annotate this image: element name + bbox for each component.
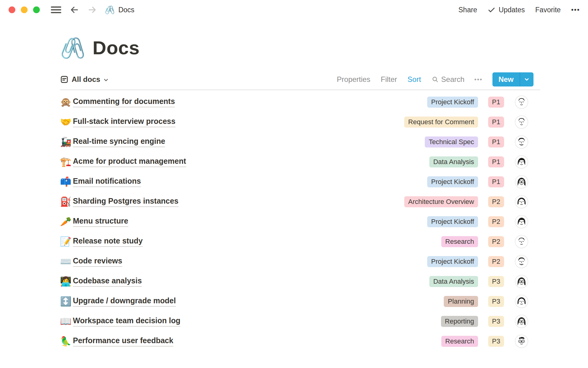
back-arrow-icon[interactable] bbox=[70, 5, 79, 14]
filter-button[interactable]: Filter bbox=[381, 75, 397, 84]
doc-type-tag[interactable]: Technical Spec bbox=[425, 136, 478, 148]
table-row[interactable]: 📖 Workspace team decision log Reporting … bbox=[60, 311, 540, 331]
doc-type-tag[interactable]: Data Analysis bbox=[429, 156, 478, 167]
table-row[interactable]: 🚂 Real-time syncing engine Technical Spe… bbox=[60, 132, 540, 152]
doc-title-link[interactable]: Upgrade / downgrade model bbox=[73, 296, 176, 307]
docs-table: 🙊 Commenting for documents Project Kicko… bbox=[60, 92, 540, 351]
table-row[interactable]: 👩‍💻 Codebase analysis Data Analysis P3 bbox=[60, 271, 540, 291]
doc-title-link[interactable]: Codebase analysis bbox=[73, 276, 142, 287]
priority-badge[interactable]: P3 bbox=[488, 316, 504, 327]
assignee-avatar[interactable] bbox=[515, 215, 528, 228]
doc-title-link[interactable]: Full-stack interview process bbox=[73, 117, 175, 127]
doc-type-tag[interactable]: Architecture Overview bbox=[404, 196, 478, 207]
more-options-icon[interactable]: ••• bbox=[571, 6, 580, 14]
traffic-lights bbox=[9, 6, 40, 13]
doc-emoji-icon: ⛽ bbox=[60, 197, 73, 206]
share-button[interactable]: Share bbox=[458, 6, 477, 14]
doc-emoji-icon: 📫 bbox=[60, 177, 73, 186]
doc-type-tag[interactable]: Project Kickoff bbox=[427, 216, 478, 227]
doc-emoji-icon: 🏗️ bbox=[60, 157, 73, 167]
new-doc-dropdown-button[interactable] bbox=[520, 72, 533, 86]
doc-title-link[interactable]: Performance user feedback bbox=[73, 336, 173, 347]
table-row[interactable]: ↕️ Upgrade / downgrade model Planning P3 bbox=[60, 291, 540, 311]
view-more-options-icon[interactable]: ••• bbox=[474, 76, 483, 83]
priority-badge[interactable]: P1 bbox=[488, 136, 504, 148]
assignee-avatar[interactable] bbox=[515, 275, 528, 288]
doc-type-tag[interactable]: Reporting bbox=[441, 316, 478, 327]
check-icon bbox=[488, 6, 496, 14]
table-row[interactable]: 📫 Email notifications Project Kickoff P1 bbox=[60, 172, 540, 192]
priority-badge[interactable]: P3 bbox=[488, 336, 504, 347]
doc-title-link[interactable]: Email notifications bbox=[73, 177, 141, 187]
doc-emoji-icon: ↕️ bbox=[60, 297, 73, 306]
search-button[interactable]: Search bbox=[432, 75, 465, 84]
properties-button[interactable]: Properties bbox=[337, 75, 370, 84]
doc-title-link[interactable]: Workspace team decision log bbox=[73, 316, 180, 327]
table-row[interactable]: 🥕 Menu structure Project Kickoff P2 bbox=[60, 212, 540, 232]
new-doc-split-button[interactable]: New bbox=[492, 72, 533, 86]
assignee-avatar[interactable] bbox=[515, 255, 528, 268]
table-row[interactable]: ⛽ Sharding Postgres instances Architectu… bbox=[60, 192, 540, 212]
view-toolbar: All docs Properties Filter Sort Search •… bbox=[60, 72, 540, 87]
table-row[interactable]: 📝 Release note study Research P2 bbox=[60, 232, 540, 251]
assignee-avatar[interactable] bbox=[515, 315, 528, 328]
priority-badge[interactable]: P1 bbox=[488, 176, 504, 187]
table-row[interactable]: 🏗️ Acme for product management Data Anal… bbox=[60, 152, 540, 172]
priority-badge[interactable]: P1 bbox=[488, 117, 504, 128]
close-window-button[interactable] bbox=[9, 6, 15, 13]
priority-badge[interactable]: P3 bbox=[488, 276, 504, 287]
assignee-avatar[interactable] bbox=[515, 295, 528, 308]
assignee-avatar[interactable] bbox=[515, 155, 528, 169]
table-row[interactable]: 🤝 Full-stack interview process Request f… bbox=[60, 112, 540, 132]
doc-title-link[interactable]: Sharding Postgres instances bbox=[73, 197, 179, 207]
assignee-avatar[interactable] bbox=[515, 175, 528, 189]
assignee-avatar[interactable] bbox=[515, 235, 528, 248]
table-row[interactable]: ⌨️ Code reviews Project Kickoff P2 bbox=[60, 251, 540, 271]
chevron-down-icon bbox=[524, 76, 530, 82]
doc-title-link[interactable]: Release note study bbox=[73, 236, 143, 247]
doc-title-link[interactable]: Menu structure bbox=[73, 217, 128, 227]
doc-type-tag[interactable]: Request for Comment bbox=[404, 117, 478, 128]
doc-title-link[interactable]: Real-time syncing engine bbox=[73, 137, 165, 147]
view-switcher[interactable]: All docs bbox=[60, 75, 109, 84]
doc-type-tag[interactable]: Project Kickoff bbox=[427, 256, 478, 267]
sort-button[interactable]: Sort bbox=[408, 75, 421, 84]
assignee-avatar[interactable] bbox=[515, 95, 528, 109]
doc-emoji-icon: 📝 bbox=[60, 237, 73, 246]
assignee-avatar[interactable] bbox=[515, 195, 528, 209]
chevron-down-icon bbox=[103, 77, 109, 83]
priority-badge[interactable]: P2 bbox=[488, 256, 504, 267]
doc-emoji-icon: 👩‍💻 bbox=[60, 277, 73, 286]
assignee-avatar[interactable] bbox=[515, 115, 528, 129]
doc-title-link[interactable]: Commenting for documents bbox=[73, 97, 175, 107]
priority-badge[interactable]: P2 bbox=[488, 216, 504, 227]
doc-type-tag[interactable]: Data Analysis bbox=[429, 276, 478, 287]
doc-type-tag[interactable]: Planning bbox=[444, 296, 478, 307]
favorite-button[interactable]: Favorite bbox=[535, 6, 561, 14]
priority-badge[interactable]: P1 bbox=[488, 97, 504, 108]
assignee-avatar[interactable] bbox=[515, 135, 528, 149]
updates-button[interactable]: Updates bbox=[488, 6, 525, 14]
doc-title-link[interactable]: Acme for product management bbox=[73, 157, 186, 167]
doc-emoji-icon: 📖 bbox=[60, 317, 73, 326]
doc-type-tag[interactable]: Research bbox=[441, 236, 478, 247]
doc-type-tag[interactable]: Project Kickoff bbox=[427, 176, 478, 187]
assignee-avatar[interactable] bbox=[515, 335, 528, 348]
doc-type-tag[interactable]: Research bbox=[441, 336, 478, 347]
priority-badge[interactable]: P1 bbox=[488, 156, 504, 167]
priority-badge[interactable]: P2 bbox=[488, 236, 504, 247]
breadcrumb-page-title[interactable]: Docs bbox=[118, 6, 134, 14]
new-doc-button[interactable]: New bbox=[492, 72, 520, 86]
zoom-window-button[interactable] bbox=[33, 6, 40, 13]
doc-type-tag[interactable]: Project Kickoff bbox=[427, 97, 478, 108]
page-paperclip-icon: 🖇️ bbox=[60, 38, 85, 58]
minimize-window-button[interactable] bbox=[21, 6, 28, 13]
priority-badge[interactable]: P3 bbox=[488, 296, 504, 307]
priority-badge[interactable]: P2 bbox=[488, 196, 504, 207]
doc-title-link[interactable]: Code reviews bbox=[73, 256, 122, 267]
doc-emoji-icon: ⌨️ bbox=[60, 257, 73, 266]
table-row[interactable]: 🦜 Performance user feedback Research P3 bbox=[60, 331, 540, 351]
table-row[interactable]: 🙊 Commenting for documents Project Kicko… bbox=[60, 92, 540, 112]
sidebar-toggle-icon[interactable] bbox=[51, 6, 61, 13]
doc-emoji-icon: 🦜 bbox=[60, 337, 73, 346]
